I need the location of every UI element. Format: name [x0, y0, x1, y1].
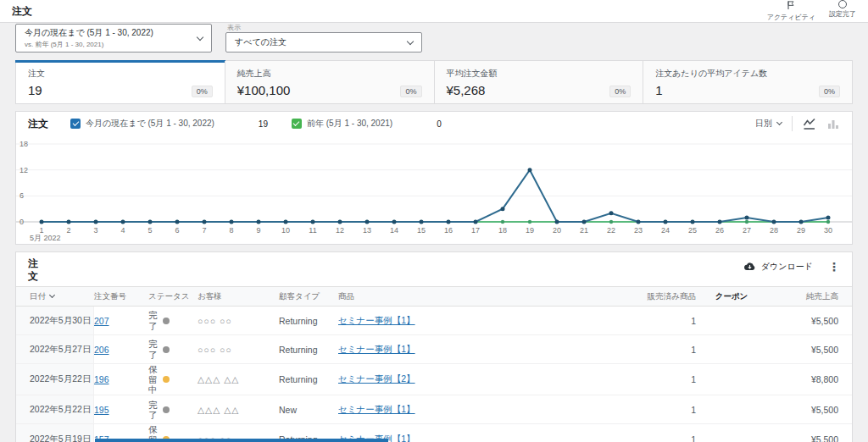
data-point	[799, 220, 804, 224]
data-point	[609, 220, 613, 224]
data-point	[175, 220, 180, 224]
progress-ring-icon	[838, 0, 847, 8]
data-point	[501, 207, 505, 211]
date-range-select[interactable]: 今月の現在まで (5月 1 - 30, 2022) vs. 前年 (5月 1 -…	[15, 24, 212, 52]
x-axis-label: 18	[498, 226, 507, 235]
activity-label: アクティビティ	[767, 13, 815, 22]
download-button[interactable]: ダウンロード	[743, 261, 813, 273]
x-axis-label: 4	[120, 226, 125, 235]
bar-chart-toggle[interactable]	[826, 117, 840, 130]
x-axis-label: 7	[202, 226, 206, 235]
data-point	[203, 220, 207, 224]
setup-complete-label: 設定完了	[829, 9, 856, 19]
legend-item[interactable]: 前年 (5月 1 - 30, 2021)0	[292, 118, 442, 130]
order-number-link[interactable]: 195	[94, 405, 109, 415]
column-header[interactable]: 日付	[16, 291, 94, 302]
line-chart-toggle[interactable]	[803, 117, 816, 130]
column-header: 純売上高	[767, 291, 852, 302]
customer-cell: ○○○ ○○	[198, 345, 279, 355]
data-point	[745, 215, 749, 219]
x-axis-label: 19	[526, 226, 534, 235]
status-label: 保留中	[148, 364, 159, 395]
show-label: 表示	[225, 24, 422, 32]
summary-card[interactable]: 注文あたりの平均アイテム数10%	[643, 61, 852, 103]
summary-card[interactable]: 注文190%	[16, 61, 225, 103]
percent-badge: 0%	[819, 86, 840, 97]
items-sold-cell: 1	[495, 345, 696, 355]
status-dot-icon	[163, 346, 170, 353]
card-value: ¥5,268	[447, 83, 486, 97]
date-cell: 2022年5月19日	[16, 424, 94, 442]
x-axis-label: 17	[471, 226, 480, 235]
order-filter-select[interactable]: すべての注文	[225, 32, 422, 52]
data-point	[772, 220, 776, 224]
chevron-down-icon	[197, 33, 203, 40]
chevron-down-icon	[407, 37, 414, 44]
card-label: 純売上高	[237, 68, 422, 80]
kebab-menu-icon[interactable]: ⋮	[828, 262, 840, 271]
status-dot-icon	[163, 376, 170, 383]
data-point	[121, 220, 125, 224]
checkbox-checked-icon	[292, 119, 302, 129]
table-row: 2022年5月22日196保留中△△△ △△Returningセミナー事例【2】…	[16, 364, 852, 395]
data-point	[501, 220, 504, 224]
product-link[interactable]: セミナー事例【1】	[338, 315, 415, 325]
summary-card[interactable]: 平均注文金額¥5,2680%	[434, 61, 643, 103]
order-number-link[interactable]: 196	[94, 374, 109, 384]
product-link[interactable]: セミナー事例【1】	[338, 344, 415, 354]
column-header: 商品	[338, 291, 495, 302]
x-axis-label: 25	[688, 226, 697, 235]
product-link[interactable]: セミナー事例【2】	[338, 373, 415, 384]
data-point	[555, 220, 559, 224]
customer-cell: △△△ △△	[198, 374, 279, 384]
column-header: 販売済み商品	[495, 291, 696, 302]
date-cell: 2022年5月30日	[16, 307, 94, 334]
date-range-primary: 今月の現在まで (5月 1 - 30, 2022)	[25, 27, 153, 39]
data-point	[230, 220, 234, 224]
x-axis-label: 15	[417, 226, 426, 235]
status-label: 完了	[148, 310, 159, 330]
chart-panel: 注文 今月の現在まで (5月 1 - 30, 2022)19前年 (5月 1 -…	[15, 111, 853, 245]
x-axis-label: 14	[390, 226, 398, 235]
data-point	[664, 220, 668, 224]
x-axis-label: 8	[229, 226, 233, 235]
line-chart-icon	[803, 117, 816, 130]
percent-badge: 0%	[400, 86, 421, 97]
items-sold-cell: 1	[495, 316, 696, 326]
x-axis-label: 3	[93, 226, 97, 235]
data-point	[284, 220, 288, 224]
data-point	[392, 220, 397, 224]
y-axis-label: 6	[19, 191, 24, 200]
page-title: 注文	[12, 4, 32, 19]
date-cell: 2022年5月27日	[16, 335, 94, 363]
summary-card[interactable]: 純売上高¥100,1000%	[225, 61, 434, 103]
data-point	[311, 220, 315, 224]
order-filter-value: すべての注文	[235, 36, 287, 48]
setup-complete-button[interactable]: 設定完了	[829, 0, 856, 22]
table-row: 2022年5月27日206完了○○○ ○○Returningセミナー事例【1】1…	[16, 335, 852, 364]
x-axis-label: 28	[770, 226, 778, 235]
items-sold-cell: 1	[495, 405, 696, 415]
data-point	[718, 220, 722, 224]
legend-item[interactable]: 今月の現在まで (5月 1 - 30, 2022)19	[70, 118, 268, 130]
x-axis-label: 6	[175, 226, 179, 235]
order-number-link[interactable]: 207	[94, 316, 109, 326]
net-sales-cell: ¥5,500	[767, 345, 852, 355]
data-point	[338, 220, 342, 224]
date-range-secondary: vs. 前年 (5月 1 - 30, 2021)	[25, 40, 153, 49]
filters-row: 今月の現在まで (5月 1 - 30, 2022) vs. 前年 (5月 1 -…	[0, 23, 868, 57]
customer-type-cell: Returning	[279, 345, 338, 355]
x-axis-label: 27	[743, 226, 751, 235]
x-axis-label: 23	[634, 226, 643, 235]
data-point	[826, 220, 830, 224]
table-row: 2022年5月22日195完了△△△ △△Newセミナー事例【1】1¥5,500	[16, 395, 852, 424]
column-header: クーポン	[696, 291, 767, 302]
status-cell: 完了	[148, 310, 198, 330]
order-number-link[interactable]: 206	[94, 345, 109, 355]
activity-button[interactable]: アクティビティ	[767, 0, 815, 22]
product-link[interactable]: セミナー事例【1】	[338, 404, 415, 414]
percent-badge: 0%	[609, 86, 631, 97]
net-sales-cell: ¥8,800	[767, 374, 852, 384]
interval-select[interactable]: 日別	[755, 118, 782, 130]
x-axis-label: 29	[797, 226, 805, 235]
